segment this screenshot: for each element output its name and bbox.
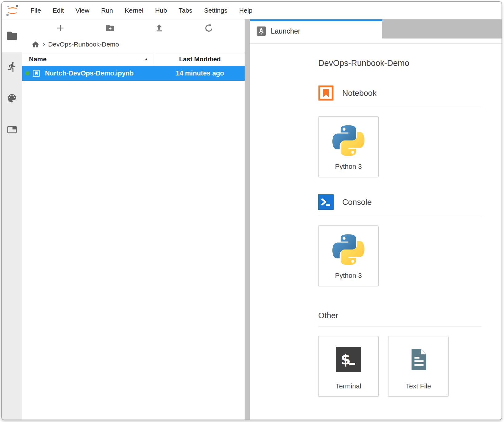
- file-list-header: Name ▲ Last Modified: [22, 52, 245, 66]
- breadcrumb: › DevOps-Runbook-Demo: [22, 37, 245, 52]
- menu-view[interactable]: View: [70, 2, 95, 19]
- file-browser-panel: › DevOps-Runbook-Demo Name ▲ Last Modifi…: [22, 19, 245, 420]
- launcher-rocket-icon: [257, 26, 266, 36]
- file-last-modified: 14 minutes ago: [155, 70, 245, 77]
- column-header-last-modified[interactable]: Last Modified: [155, 55, 245, 63]
- upload-icon: [155, 23, 164, 33]
- menu-kernel[interactable]: Kernel: [119, 2, 149, 19]
- sidebar-tab-files[interactable]: [2, 19, 22, 52]
- menu-tabs[interactable]: Tabs: [173, 2, 198, 19]
- jupyter-logo-icon: [5, 4, 20, 17]
- section-divider: [318, 216, 482, 216]
- launcher-section-console: Console: [318, 194, 502, 210]
- section-label-notebook: Notebook: [342, 88, 376, 98]
- menu-run[interactable]: Run: [95, 2, 119, 19]
- section-label-other: Other: [318, 311, 338, 320]
- launcher-card-terminal[interactable]: $ Terminal: [318, 336, 379, 397]
- section-divider: [318, 107, 482, 107]
- sidebar-tab-commands[interactable]: [6, 92, 18, 104]
- menu-file[interactable]: File: [25, 2, 47, 19]
- palette-icon: [6, 93, 18, 104]
- sort-ascending-icon: ▲: [144, 57, 148, 61]
- tab-launcher-label: Launcher: [271, 27, 300, 35]
- console-icon: [318, 194, 334, 210]
- column-header-name[interactable]: Name ▲: [22, 52, 155, 66]
- folder-icon: [6, 30, 18, 42]
- breadcrumb-separator: ›: [43, 40, 45, 48]
- text-file-icon: [406, 347, 431, 372]
- refresh-icon: [204, 23, 213, 33]
- upload-button[interactable]: [135, 19, 184, 37]
- launcher-panel: DevOps-Runbook-Demo Notebook: [250, 43, 502, 420]
- plus-icon: [56, 23, 65, 33]
- launcher-card-text-file[interactable]: Text File: [388, 336, 449, 397]
- card-label: Python 3: [335, 272, 362, 280]
- notebook-orange-icon: [318, 85, 334, 101]
- dock-tab-bar: Launcher: [250, 19, 502, 43]
- file-browser-toolbar: [22, 19, 245, 37]
- breadcrumb-current-folder[interactable]: DevOps-Runbook-Demo: [48, 41, 119, 48]
- running-person-icon: [6, 61, 18, 72]
- launcher-card-notebook-python3[interactable]: Python 3: [318, 116, 379, 177]
- sidebar-tab-running[interactable]: [6, 61, 18, 73]
- launcher-card-console-python3[interactable]: Python 3: [318, 225, 379, 286]
- card-label: Text File: [406, 382, 431, 390]
- sidebar-tab-open-tabs[interactable]: [6, 124, 18, 136]
- dock-panel: Launcher DevOps-Runbook-Demo Notebook: [250, 19, 502, 420]
- launcher-section-notebook: Notebook: [318, 85, 502, 101]
- new-folder-icon: [105, 23, 115, 33]
- refresh-button[interactable]: [184, 19, 234, 37]
- section-divider: [318, 327, 482, 327]
- launcher-title: DevOps-Runbook-Demo: [318, 59, 502, 68]
- home-icon[interactable]: [31, 40, 40, 49]
- svg-text:$: $: [341, 351, 351, 368]
- panel-splitter[interactable]: [245, 19, 250, 420]
- python-logo-icon: [332, 124, 364, 156]
- section-label-console: Console: [342, 197, 372, 207]
- menu-settings[interactable]: Settings: [198, 2, 233, 19]
- jupyterlab-window: File Edit View Run Kernel Hub Tabs Setti…: [1, 1, 502, 420]
- new-launcher-button[interactable]: [36, 19, 85, 37]
- card-label: Python 3: [335, 163, 362, 171]
- python-logo-icon: [332, 233, 364, 265]
- new-folder-button[interactable]: [85, 19, 135, 37]
- terminal-icon: $: [336, 347, 361, 372]
- activity-bar: [2, 19, 22, 420]
- launcher-section-other: Other: [318, 311, 502, 320]
- menu-bar: File Edit View Run Kernel Hub Tabs Setti…: [2, 2, 502, 19]
- kernel-running-dot: [25, 71, 30, 75]
- card-label: Terminal: [335, 382, 361, 390]
- notebook-file-icon: [32, 69, 40, 78]
- menu-hub[interactable]: Hub: [149, 2, 173, 19]
- tab-launcher[interactable]: Launcher: [250, 19, 382, 41]
- tabs-icon: [6, 124, 18, 135]
- menu-help[interactable]: Help: [233, 2, 258, 19]
- menu-edit[interactable]: Edit: [47, 2, 70, 19]
- file-row[interactable]: Nurtch-DevOps-Demo.ipynb 14 minutes ago: [22, 66, 245, 81]
- file-name: Nurtch-DevOps-Demo.ipynb: [45, 70, 134, 77]
